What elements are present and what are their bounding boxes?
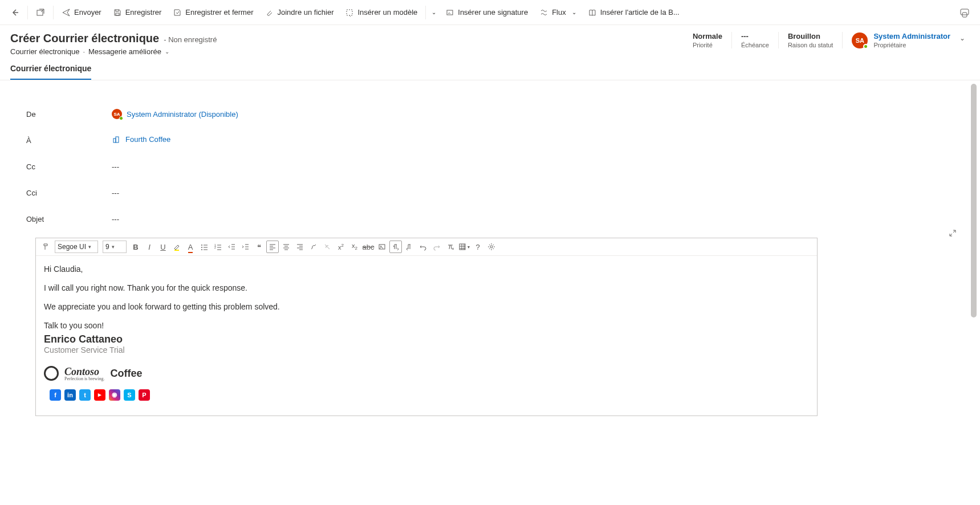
bold-button[interactable]: B [129, 241, 142, 253]
highlight-button[interactable] [170, 241, 183, 253]
number-list-button[interactable]: 12 [212, 241, 224, 253]
settings-button[interactable] [485, 241, 498, 253]
to-value[interactable]: Fourth Coffee [112, 135, 818, 146]
bullet-list-button[interactable] [198, 241, 210, 253]
ltr-button[interactable] [389, 241, 402, 253]
separator [27, 6, 28, 19]
font-family-selector[interactable]: Segoe UI ▾ [55, 241, 98, 253]
page-header: Créer Courrier électronique - Non enregi… [0, 25, 980, 56]
svg-rect-1 [347, 10, 352, 15]
pinterest-icon[interactable]: P [139, 389, 150, 401]
font-size-value: 9 [105, 243, 109, 251]
popout-icon [36, 8, 45, 17]
presence-indicator [863, 44, 868, 49]
rtl-button[interactable] [403, 241, 416, 253]
format-painter-button[interactable] [39, 241, 52, 253]
undo-button[interactable] [417, 241, 429, 253]
font-size-selector[interactable]: 9 ▾ [103, 241, 127, 253]
popout-button[interactable] [30, 5, 51, 21]
owner-role: Propriétaire [873, 42, 950, 48]
subject-value[interactable]: --- [112, 215, 818, 223]
underline-button[interactable]: U [157, 241, 169, 253]
signature-name: Enrico Cattaneo [44, 333, 809, 345]
unlink-button[interactable] [321, 241, 334, 253]
svg-rect-3 [961, 9, 969, 15]
template-dropdown[interactable]: ⌄ [428, 6, 440, 19]
template-icon [345, 8, 354, 17]
cc-value[interactable]: --- [112, 162, 818, 171]
breadcrumb: Courrier électronique · Messagerie améli… [10, 47, 217, 56]
owner-block[interactable]: SA System Administrator Propriétaire [842, 32, 955, 48]
back-button[interactable] [5, 5, 25, 21]
image-button[interactable] [376, 241, 388, 253]
flow-label: Flux [552, 8, 566, 17]
youtube-icon[interactable]: ▸ [94, 389, 105, 401]
tab-email[interactable]: Courrier électronique [10, 64, 91, 80]
superscript-button[interactable]: x2 [335, 241, 347, 253]
priority-value: Normale [693, 32, 722, 40]
save-icon [113, 8, 122, 17]
breadcrumb-form[interactable]: Messagerie améliorée [88, 47, 161, 56]
vertical-scrollbar[interactable] [970, 80, 978, 400]
chevron-down-icon: ⌄ [572, 9, 576, 15]
rich-text-editor: Segoe UI ▾ 9 ▾ B I U A [35, 238, 818, 416]
instagram-icon[interactable]: ◉ [109, 389, 120, 401]
link-button[interactable] [307, 241, 320, 253]
bcc-value[interactable]: --- [112, 189, 818, 197]
assistant-button[interactable] [954, 4, 975, 21]
header-expand[interactable]: ⌄ [955, 32, 970, 44]
field-to: À Fourth Coffee [26, 127, 818, 153]
reason-label: Raison du statut [788, 42, 833, 48]
align-center-button[interactable] [280, 241, 292, 253]
save-button[interactable]: Enregistrer [107, 5, 168, 21]
logo-brand: Contoso [64, 366, 99, 377]
align-right-button[interactable] [294, 241, 306, 253]
insert-template-button[interactable]: Insérer un modèle [339, 5, 423, 21]
twitter-icon[interactable]: t [79, 389, 91, 401]
indent-button[interactable] [239, 241, 251, 253]
font-color-button[interactable]: A [184, 241, 197, 253]
signature-logo: Contoso Perfection is brewing. Coffee [44, 366, 809, 381]
attach-button[interactable]: Joindre un fichier [259, 5, 339, 21]
facebook-icon[interactable]: f [50, 389, 61, 401]
priority-label: Priorité [693, 42, 722, 48]
linkedin-icon[interactable]: in [64, 389, 76, 401]
flow-icon [539, 8, 548, 17]
due-stat[interactable]: --- Échéance [731, 32, 778, 48]
save-close-button[interactable]: Enregistrer et fermer [167, 5, 259, 21]
cc-label: Cc [26, 162, 112, 171]
logo-circle-icon [44, 366, 59, 381]
presence-indicator [119, 116, 123, 120]
logo-coffee: Coffee [110, 368, 142, 380]
quote-button[interactable]: ❝ [253, 241, 265, 253]
chevron-down-icon: ▾ [112, 244, 115, 250]
flow-button[interactable]: Flux ⌄ [534, 5, 582, 21]
clear-format-button[interactable] [444, 241, 457, 253]
outdent-button[interactable] [225, 241, 238, 253]
body-line: Hi Claudia, [44, 264, 809, 275]
send-button[interactable]: Envoyer [56, 5, 107, 21]
skype-icon[interactable]: S [124, 389, 135, 401]
breadcrumb-entity: Courrier électronique [10, 47, 79, 56]
table-button[interactable]: ▾ [458, 241, 470, 253]
chevron-down-icon[interactable]: ⌄ [165, 48, 169, 55]
editor-body[interactable]: Hi Claudia, I will call you right now. T… [36, 256, 817, 416]
priority-stat[interactable]: Normale Priorité [684, 32, 731, 48]
signature-role: Customer Service Trial [44, 345, 809, 355]
scrollbar-thumb[interactable] [971, 84, 977, 317]
font-family-value: Segoe UI [58, 243, 86, 251]
reason-stat[interactable]: Brouillon Raison du statut [778, 32, 843, 48]
insert-article-button[interactable]: Insérer l'article de la B... [582, 5, 685, 21]
insert-signature-button[interactable]: Insérer une signature [440, 5, 534, 21]
italic-button[interactable]: I [143, 241, 156, 253]
expand-editor-button[interactable] [948, 229, 957, 238]
subscript-button[interactable]: x2 [348, 241, 361, 253]
due-label: Échéance [741, 42, 769, 48]
tabs: Courrier électronique [0, 56, 980, 80]
strike-button[interactable]: abc [362, 241, 375, 253]
from-value[interactable]: SA System Administrator (Disponible) [112, 109, 818, 120]
save-close-icon [173, 8, 182, 17]
redo-button[interactable] [430, 241, 443, 253]
help-button[interactable]: ? [471, 241, 484, 253]
align-left-button[interactable] [266, 241, 279, 253]
